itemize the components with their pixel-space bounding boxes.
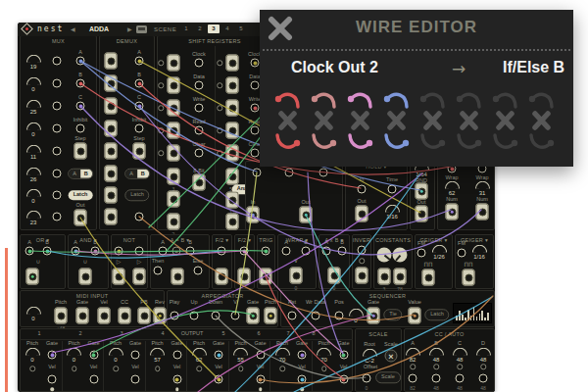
port-port[interactable] bbox=[217, 105, 222, 111]
port-port[interactable] bbox=[53, 102, 62, 111]
port-port[interactable] bbox=[212, 312, 220, 320]
wire-delete-button[interactable] bbox=[454, 88, 484, 155]
port-port[interactable] bbox=[285, 169, 294, 177]
toggle-b[interactable]: B bbox=[137, 170, 149, 178]
wire-delete-button[interactable] bbox=[272, 88, 303, 155]
port-port[interactable] bbox=[298, 375, 307, 384]
port-port[interactable] bbox=[288, 312, 297, 320]
port-port[interactable] bbox=[215, 375, 223, 384]
jack-jack[interactable] bbox=[105, 98, 118, 115]
knob[interactable] bbox=[393, 248, 408, 263]
port-port[interactable] bbox=[302, 247, 311, 256]
knob[interactable]: 1/26 bbox=[428, 245, 450, 260]
jack-jack[interactable] bbox=[238, 269, 251, 285]
knob[interactable]: 57 bbox=[147, 348, 169, 363]
jack-jack[interactable] bbox=[247, 207, 260, 223]
port-port[interactable] bbox=[217, 150, 222, 156]
knob[interactable]: 0 bbox=[105, 348, 126, 363]
port-port[interactable] bbox=[113, 366, 119, 371]
latch-button[interactable]: Latch bbox=[69, 190, 93, 200]
latch-button[interactable]: Latch bbox=[124, 189, 149, 201]
port-port[interactable] bbox=[433, 364, 439, 369]
port-port[interactable] bbox=[215, 351, 223, 360]
port-port[interactable] bbox=[339, 375, 348, 384]
scene-5[interactable]: 5 bbox=[235, 24, 247, 33]
step-jack[interactable] bbox=[133, 143, 146, 160]
port-port[interactable] bbox=[256, 375, 265, 384]
jack-jack[interactable] bbox=[105, 166, 118, 182]
port-port[interactable] bbox=[417, 249, 426, 258]
jack-jack[interactable] bbox=[113, 269, 125, 285]
jack-jack[interactable] bbox=[226, 100, 239, 117]
jack-jack[interactable] bbox=[300, 207, 313, 223]
port-port[interactable] bbox=[48, 375, 57, 384]
knob[interactable]: 0 bbox=[64, 348, 85, 363]
port-port[interactable] bbox=[115, 247, 123, 256]
jack-jack[interactable] bbox=[416, 206, 428, 222]
a-port[interactable] bbox=[135, 57, 144, 66]
next-patch-button[interactable]: ▶ bbox=[127, 26, 132, 32]
jack-jack[interactable] bbox=[154, 308, 167, 324]
knob[interactable]: 0 bbox=[23, 189, 44, 204]
jack-jack[interactable] bbox=[356, 206, 368, 222]
port-port[interactable] bbox=[190, 312, 199, 320]
jack-jack[interactable] bbox=[79, 269, 92, 285]
port-port[interactable] bbox=[480, 364, 486, 369]
port-port[interactable] bbox=[53, 170, 62, 178]
jack-jack[interactable] bbox=[168, 169, 180, 185]
knob[interactable]: 25 bbox=[23, 100, 44, 115]
scene-4[interactable]: 4 bbox=[221, 24, 233, 33]
scale-button[interactable]: Scale bbox=[375, 371, 401, 383]
write-port[interactable] bbox=[195, 104, 204, 113]
port-port[interactable] bbox=[319, 169, 328, 177]
knob[interactable]: 0 bbox=[23, 77, 44, 92]
jack-jack[interactable] bbox=[105, 143, 118, 160]
port-port[interactable] bbox=[358, 185, 367, 194]
knob[interactable]: 31 bbox=[471, 181, 493, 196]
jack-jack[interactable] bbox=[463, 270, 475, 286]
port-port[interactable] bbox=[155, 366, 161, 371]
jack-jack[interactable] bbox=[416, 183, 428, 200]
port-port[interactable] bbox=[154, 267, 163, 275]
port-port[interactable] bbox=[458, 249, 466, 258]
jack-jack[interactable] bbox=[105, 121, 118, 137]
port-port[interactable] bbox=[159, 247, 168, 256]
toggle-a[interactable]: A bbox=[69, 170, 80, 178]
knob[interactable]: 19 bbox=[23, 55, 44, 70]
jack-jack[interactable] bbox=[133, 269, 146, 285]
b-port[interactable] bbox=[76, 79, 85, 88]
clock-port[interactable] bbox=[251, 59, 260, 68]
wire-delete-button[interactable] bbox=[345, 88, 375, 155]
jack-jack[interactable] bbox=[247, 308, 260, 324]
port-port[interactable] bbox=[131, 351, 140, 360]
port-port[interactable] bbox=[158, 82, 164, 88]
port-port[interactable] bbox=[53, 147, 62, 156]
port-port[interactable] bbox=[256, 351, 265, 360]
port-port[interactable] bbox=[53, 57, 62, 66]
data-port[interactable] bbox=[195, 81, 204, 90]
port-port[interactable] bbox=[339, 351, 348, 360]
jack-jack[interactable] bbox=[105, 53, 118, 70]
port-port[interactable] bbox=[282, 247, 291, 256]
port-port[interactable] bbox=[410, 364, 416, 369]
save-icon[interactable] bbox=[136, 25, 147, 33]
knob[interactable]: 0 bbox=[23, 307, 44, 321]
prev-patch-button[interactable]: ◀ bbox=[71, 26, 75, 32]
toggle-a[interactable]: A bbox=[125, 170, 137, 178]
jack-jack[interactable] bbox=[105, 187, 118, 204]
jack-jack[interactable] bbox=[168, 214, 180, 230]
jack-jack[interactable] bbox=[105, 75, 118, 92]
tie-button[interactable]: Tie bbox=[383, 309, 402, 320]
port-port[interactable] bbox=[322, 247, 331, 256]
jack-jack[interactable] bbox=[98, 308, 111, 324]
jack-jack[interactable] bbox=[168, 122, 180, 139]
jack-jack[interactable] bbox=[226, 122, 239, 139]
port-port[interactable] bbox=[432, 374, 441, 383]
jack-jack[interactable] bbox=[226, 145, 239, 162]
port-port[interactable] bbox=[231, 312, 240, 320]
jack-jack[interactable] bbox=[422, 270, 435, 286]
jack-jack[interactable] bbox=[216, 269, 228, 285]
knob[interactable]: 0 bbox=[23, 122, 44, 137]
port-port[interactable] bbox=[48, 351, 57, 360]
knob[interactable]: 1/16 bbox=[381, 205, 403, 220]
